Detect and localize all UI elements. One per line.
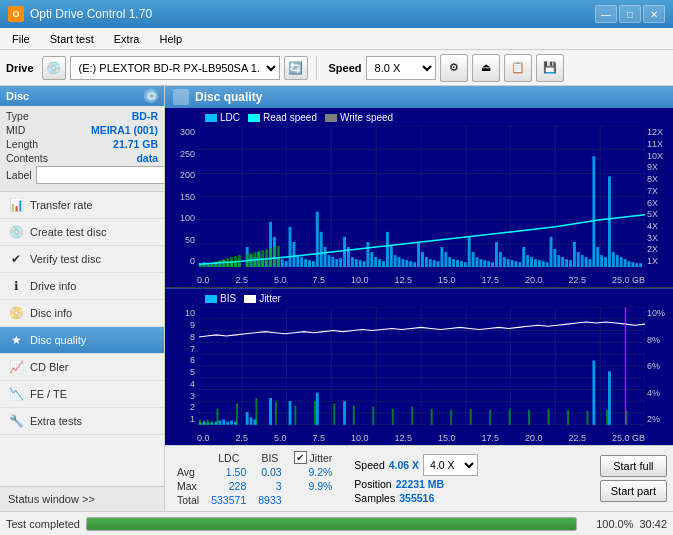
y-label-100: 100 (167, 213, 195, 223)
bottom-controls: LDC BIS ✔ Jitter Avg (165, 445, 673, 511)
max-bis: 3 (252, 479, 287, 493)
y-right-7x: 7X (647, 186, 671, 196)
top-chart-x-axis: 0.0 2.5 5.0 7.5 10.0 12.5 15.0 17.5 20.0… (197, 275, 645, 285)
svg-rect-203 (392, 409, 394, 425)
svg-rect-76 (433, 260, 436, 267)
disc-quality-header: Disc quality (165, 86, 673, 108)
sidebar-item-drive-info[interactable]: ℹ Drive info (0, 273, 164, 300)
sidebar-item-transfer-rate[interactable]: 📊 Transfer rate (0, 192, 164, 219)
disc-length-value: 21.71 GB (113, 138, 158, 150)
y-right-3x: 3X (647, 233, 671, 243)
svg-rect-103 (538, 260, 541, 267)
fe-te-icon: 📉 (8, 386, 24, 402)
info-button[interactable]: 📋 (504, 54, 532, 82)
menu-bar: File Start test Extra Help (0, 28, 673, 50)
refresh-drive-button[interactable]: 🔄 (284, 56, 308, 80)
y-bis-7: 7 (167, 344, 195, 354)
close-button[interactable]: ✕ (643, 5, 665, 23)
speed-select-control[interactable]: 4.0 X (423, 454, 478, 476)
eject-button[interactable]: ⏏ (472, 54, 500, 82)
sidebar-item-verify-test-disc[interactable]: ✔ Verify test disc (0, 246, 164, 273)
col-header-empty (171, 450, 205, 465)
max-jitter: 9.9% (288, 479, 339, 493)
verify-test-disc-icon: ✔ (8, 251, 24, 267)
y-right-10x: 10X (647, 151, 671, 161)
x-label-17-5: 17.5 (481, 275, 499, 285)
svg-rect-100 (526, 255, 529, 267)
read-speed-legend: Read speed (248, 112, 317, 123)
svg-rect-79 (444, 252, 447, 267)
disc-type-value: BD-R (132, 110, 158, 122)
stats-table: LDC BIS ✔ Jitter Avg (171, 450, 338, 507)
samples-label: Samples (354, 492, 395, 504)
speed-avg-value: 4.06 X (389, 459, 419, 471)
total-row: Total 533571 8933 (171, 493, 338, 507)
svg-rect-91 (491, 262, 494, 267)
svg-rect-122 (612, 252, 615, 267)
sidebar-item-create-test-disc[interactable]: 💿 Create test disc (0, 219, 164, 246)
svg-rect-149 (277, 246, 280, 267)
menu-file[interactable]: File (4, 31, 38, 47)
svg-rect-46 (316, 212, 319, 267)
max-label: Max (171, 479, 205, 493)
svg-rect-93 (499, 252, 502, 267)
jitter-checkbox[interactable]: ✔ (294, 451, 307, 464)
drive-icon-button[interactable]: 💿 (42, 56, 66, 80)
sidebar-item-disc-quality[interactable]: ★ Disc quality (0, 327, 164, 354)
maximize-button[interactable]: □ (619, 5, 641, 23)
svg-rect-45 (312, 261, 315, 267)
jitter-checkbox-row: ✔ Jitter (294, 451, 333, 464)
svg-rect-37 (281, 259, 284, 267)
sidebar-item-fe-te[interactable]: 📉 FE / TE (0, 381, 164, 408)
svg-rect-99 (522, 247, 525, 267)
svg-rect-209 (509, 409, 511, 425)
bottom-chart-y-axis-right: 2% 4% 6% 8% 10% (645, 307, 673, 425)
sidebar-item-cd-bler[interactable]: 📈 CD Bler (0, 354, 164, 381)
disc-label-input[interactable] (36, 166, 165, 184)
svg-rect-186 (316, 393, 319, 425)
svg-rect-188 (592, 361, 595, 425)
right-content: Disc quality LDC Read speed (165, 86, 673, 511)
svg-rect-42 (300, 257, 303, 267)
minimize-button[interactable]: — (595, 5, 617, 23)
drive-label: Drive (6, 62, 34, 74)
svg-rect-52 (339, 258, 342, 267)
svg-rect-66 (394, 255, 397, 267)
read-speed-label: Read speed (263, 112, 317, 123)
svg-rect-53 (343, 237, 346, 267)
save-button[interactable]: 💾 (536, 54, 564, 82)
progress-bar-fill (87, 518, 576, 530)
svg-rect-94 (503, 257, 506, 267)
drive-select[interactable]: (E:) PLEXTOR BD-R PX-LB950SA 1.04 (70, 56, 280, 80)
speed-select[interactable]: 8.0 X (366, 56, 436, 80)
menu-help[interactable]: Help (151, 31, 190, 47)
settings-button[interactable]: ⚙ (440, 54, 468, 82)
svg-rect-205 (431, 409, 433, 425)
svg-rect-194 (216, 409, 218, 425)
svg-rect-106 (550, 237, 553, 267)
svg-rect-102 (534, 259, 537, 267)
total-ldc: 533571 (205, 493, 252, 507)
start-part-button[interactable]: Start part (600, 480, 667, 502)
jitter-col-label: Jitter (310, 452, 333, 464)
svg-rect-148 (273, 247, 276, 267)
disc-info-table: Type BD-R MID MEIRA1 (001) Length 21.71 … (0, 106, 164, 191)
start-full-button[interactable]: Start full (600, 455, 667, 477)
sidebar-item-disc-info[interactable]: 📀 Disc info (0, 300, 164, 327)
svg-rect-50 (331, 257, 334, 267)
y-label-250: 250 (167, 149, 195, 159)
toolbar: Drive 💿 (E:) PLEXTOR BD-R PX-LB950SA 1.0… (0, 50, 673, 86)
bottom-chart-x-axis: 0.0 2.5 5.0 7.5 10.0 12.5 15.0 17.5 20.0… (197, 433, 645, 443)
menu-extra[interactable]: Extra (106, 31, 148, 47)
svg-rect-199 (314, 401, 316, 425)
svg-rect-48 (324, 247, 327, 267)
status-window-button[interactable]: Status window >> (0, 486, 164, 511)
svg-rect-47 (320, 232, 323, 267)
svg-rect-78 (440, 247, 443, 267)
avg-ldc: 1.50 (205, 465, 252, 479)
menu-start-test[interactable]: Start test (42, 31, 102, 47)
y-bis-3: 3 (167, 391, 195, 401)
svg-rect-73 (421, 252, 424, 267)
toolbar-separator (316, 56, 317, 80)
sidebar-item-extra-tests[interactable]: 🔧 Extra tests (0, 408, 164, 435)
